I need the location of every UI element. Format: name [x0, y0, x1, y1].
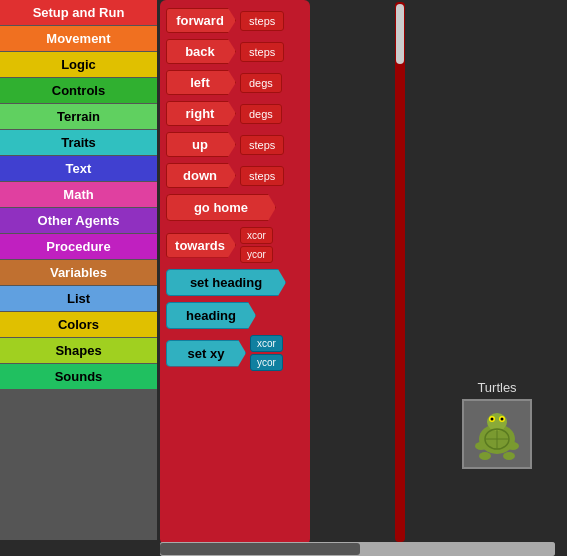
turtle-image	[462, 399, 532, 469]
sidebar: Setup and Run Movement Logic Controls Te…	[0, 0, 157, 540]
svg-point-5	[501, 418, 504, 421]
sidebar-item-list[interactable]: List	[0, 286, 157, 311]
towards-params: xcor ycor	[240, 227, 273, 263]
towards-block[interactable]: towards	[166, 233, 236, 258]
down-block[interactable]: down	[166, 163, 236, 188]
up-block-row: up steps	[166, 132, 304, 157]
sidebar-item-sounds[interactable]: Sounds	[0, 364, 157, 389]
blocks-panel: forward steps back steps left degs right…	[160, 0, 310, 545]
heading-block[interactable]: heading	[166, 302, 256, 329]
svg-point-6	[475, 442, 487, 450]
forward-param[interactable]: steps	[240, 11, 284, 31]
right-param[interactable]: degs	[240, 104, 282, 124]
set-heading-block[interactable]: set heading	[166, 269, 286, 296]
go-home-block[interactable]: go home	[166, 194, 276, 221]
turtles-panel: Turtles	[447, 380, 547, 469]
forward-block[interactable]: forward	[166, 8, 236, 33]
set-xy-block[interactable]: set xy	[166, 340, 246, 367]
sidebar-item-controls[interactable]: Controls	[0, 78, 157, 103]
scrollbar-thumb[interactable]	[396, 4, 404, 64]
left-block[interactable]: left	[166, 70, 236, 95]
towards-param-xcor[interactable]: xcor	[240, 227, 273, 244]
set-xy-param-ycor[interactable]: ycor	[250, 354, 283, 371]
sidebar-item-shapes[interactable]: Shapes	[0, 338, 157, 363]
towards-param-ycor[interactable]: ycor	[240, 246, 273, 263]
sidebar-item-terrain[interactable]: Terrain	[0, 104, 157, 129]
right-block[interactable]: right	[166, 101, 236, 126]
bottom-scrollbar[interactable]	[160, 542, 555, 556]
up-param[interactable]: steps	[240, 135, 284, 155]
svg-point-9	[503, 452, 515, 460]
towards-block-row: towards xcor ycor	[166, 227, 304, 263]
down-param[interactable]: steps	[240, 166, 284, 186]
turtle-svg	[467, 404, 527, 464]
right-block-row: right degs	[166, 101, 304, 126]
set-xy-param-xcor[interactable]: xcor	[250, 335, 283, 352]
svg-point-8	[479, 452, 491, 460]
sidebar-item-colors[interactable]: Colors	[0, 312, 157, 337]
left-param[interactable]: degs	[240, 73, 282, 93]
back-param[interactable]: steps	[240, 42, 284, 62]
go-home-block-row: go home	[166, 194, 304, 221]
sidebar-item-movement[interactable]: Movement	[0, 26, 157, 51]
sidebar-item-other-agents[interactable]: Other Agents	[0, 208, 157, 233]
sidebar-item-setup-run[interactable]: Setup and Run	[0, 0, 157, 25]
set-xy-params: xcor ycor	[250, 335, 283, 371]
forward-block-row: forward steps	[166, 8, 304, 33]
sidebar-item-procedure[interactable]: Procedure	[0, 234, 157, 259]
down-block-row: down steps	[166, 163, 304, 188]
back-block[interactable]: back	[166, 39, 236, 64]
horizontal-scroll-thumb[interactable]	[160, 543, 360, 555]
heading-block-row: heading	[166, 302, 304, 329]
sidebar-item-math[interactable]: Math	[0, 182, 157, 207]
set-xy-block-row: set xy xcor ycor	[166, 335, 304, 371]
up-block[interactable]: up	[166, 132, 236, 157]
turtles-label: Turtles	[447, 380, 547, 395]
sidebar-item-logic[interactable]: Logic	[0, 52, 157, 77]
sidebar-item-text[interactable]: Text	[0, 156, 157, 181]
back-block-row: back steps	[166, 39, 304, 64]
scrollbar-track	[160, 542, 555, 556]
left-block-row: left degs	[166, 70, 304, 95]
panel-scrollbar[interactable]	[395, 2, 405, 542]
svg-point-7	[507, 442, 519, 450]
sidebar-item-variables[interactable]: Variables	[0, 260, 157, 285]
set-heading-block-row: set heading	[166, 269, 304, 296]
svg-point-4	[491, 418, 494, 421]
sidebar-item-traits[interactable]: Traits	[0, 130, 157, 155]
